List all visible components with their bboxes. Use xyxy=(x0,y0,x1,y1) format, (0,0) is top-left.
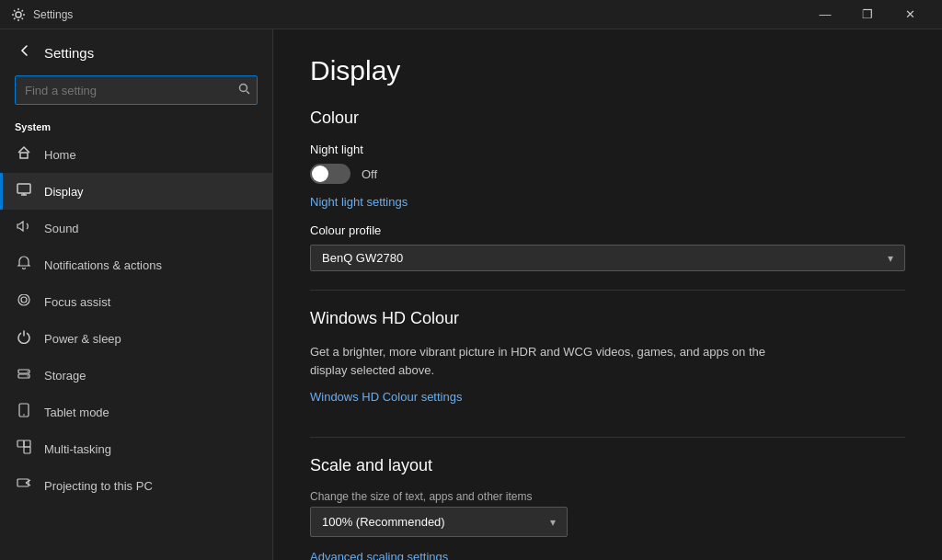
titlebar-title: Settings xyxy=(33,8,73,21)
sidebar-item-notifications-label: Notifications & actions xyxy=(44,258,162,272)
sidebar-item-power-label: Power & sleep xyxy=(44,332,121,346)
svg-rect-15 xyxy=(24,440,30,447)
close-button[interactable]: ✕ xyxy=(889,0,931,29)
sidebar-item-projecting[interactable]: Projecting to this PC xyxy=(0,467,272,504)
sidebar-item-projecting-label: Projecting to this PC xyxy=(44,479,153,493)
search-input[interactable] xyxy=(15,75,258,105)
sidebar-item-storage-label: Storage xyxy=(44,369,86,383)
maximize-button[interactable]: ❐ xyxy=(846,0,889,29)
sidebar-item-power[interactable]: Power & sleep xyxy=(0,320,272,357)
sidebar-item-sound-label: Sound xyxy=(44,222,79,235)
tablet-icon xyxy=(15,403,33,421)
night-light-settings-link[interactable]: Night light settings xyxy=(310,195,408,209)
notifications-icon xyxy=(15,256,33,274)
sound-icon xyxy=(15,219,33,237)
divider-2 xyxy=(310,437,905,438)
titlebar: Settings — ❐ ✕ xyxy=(0,0,942,29)
svg-rect-16 xyxy=(17,479,29,486)
svg-rect-13 xyxy=(17,440,24,447)
sidebar-item-home[interactable]: Home xyxy=(0,136,272,173)
titlebar-left: Settings xyxy=(11,7,73,22)
back-button[interactable] xyxy=(15,40,35,64)
scale-value: 100% (Recommended) xyxy=(322,515,445,529)
titlebar-controls: — ❐ ✕ xyxy=(804,0,931,29)
focus-icon xyxy=(15,292,33,311)
sidebar-item-multitasking[interactable]: Multi-tasking xyxy=(0,430,272,467)
sidebar-item-notifications[interactable]: Notifications & actions xyxy=(0,246,272,283)
sidebar-item-storage[interactable]: Storage xyxy=(0,357,272,394)
multitasking-icon xyxy=(15,440,33,458)
scale-desc: Change the size of text, apps and other … xyxy=(310,490,905,503)
sidebar-item-tablet-label: Tablet mode xyxy=(44,406,109,419)
display-icon xyxy=(15,182,33,200)
sidebar-item-home-label: Home xyxy=(44,148,76,162)
svg-rect-14 xyxy=(24,447,30,453)
colour-profile-value: BenQ GW2780 xyxy=(322,251,403,265)
colour-profile-dropdown[interactable]: BenQ GW2780 ▾ xyxy=(310,245,905,271)
scale-section-title: Scale and layout xyxy=(310,456,905,475)
sidebar-item-tablet[interactable]: Tablet mode xyxy=(0,394,272,430)
storage-icon xyxy=(15,366,33,384)
night-light-state: Off xyxy=(362,167,377,181)
svg-point-0 xyxy=(16,12,21,17)
night-light-toggle[interactable] xyxy=(310,164,350,184)
svg-rect-3 xyxy=(20,153,28,158)
divider-1 xyxy=(310,290,905,291)
svg-point-12 xyxy=(23,414,25,416)
sidebar-settings-title: Settings xyxy=(44,45,94,61)
hd-colour-settings-link[interactable]: Windows HD Colour settings xyxy=(310,390,462,404)
search-icon xyxy=(238,83,250,97)
sidebar-top: Settings xyxy=(0,29,272,72)
colour-profile-row: Colour profile BenQ GW2780 ▾ xyxy=(310,223,905,271)
svg-point-10 xyxy=(27,375,28,376)
page-title: Display xyxy=(310,55,905,86)
settings-icon xyxy=(11,7,26,22)
colour-profile-arrow: ▾ xyxy=(888,252,893,265)
sidebar: Settings System Home Display xyxy=(0,29,273,560)
colour-section-title: Colour xyxy=(310,109,905,128)
scale-dropdown[interactable]: 100% (Recommended) ▾ xyxy=(310,507,568,537)
app-container: Settings System Home Display xyxy=(0,29,942,560)
home-icon xyxy=(15,145,33,164)
svg-line-2 xyxy=(247,91,249,94)
night-light-toggle-row: Off xyxy=(310,164,905,184)
sidebar-item-focus[interactable]: Focus assist xyxy=(0,283,272,320)
colour-profile-label: Colour profile xyxy=(310,223,905,237)
sidebar-item-multitasking-label: Multi-tasking xyxy=(44,442,111,456)
power-icon xyxy=(15,329,33,348)
advanced-scaling-link[interactable]: Advanced scaling settings xyxy=(310,550,448,560)
sidebar-section-label: System xyxy=(0,116,272,136)
sidebar-item-sound[interactable]: Sound xyxy=(0,210,272,246)
back-icon xyxy=(18,44,31,57)
sidebar-item-display[interactable]: Display xyxy=(0,173,272,210)
svg-point-9 xyxy=(27,371,28,371)
svg-point-1 xyxy=(240,85,247,92)
scale-arrow: ▾ xyxy=(550,516,556,529)
sidebar-item-display-label: Display xyxy=(44,185,84,199)
hd-colour-section-title: Windows HD Colour xyxy=(310,309,905,328)
hd-colour-desc: Get a brighter, more vibrant picture in … xyxy=(310,343,770,379)
search-wrap-inner xyxy=(15,75,258,105)
night-light-row: Night light Off xyxy=(310,143,905,184)
sidebar-item-focus-label: Focus assist xyxy=(44,295,110,309)
svg-rect-4 xyxy=(17,184,30,193)
content-area: Display Colour Night light Off Night lig… xyxy=(273,29,942,560)
projecting-icon xyxy=(15,476,33,495)
minimize-button[interactable]: — xyxy=(804,0,846,29)
night-light-label: Night light xyxy=(310,143,905,156)
search-box-wrap xyxy=(0,72,272,116)
